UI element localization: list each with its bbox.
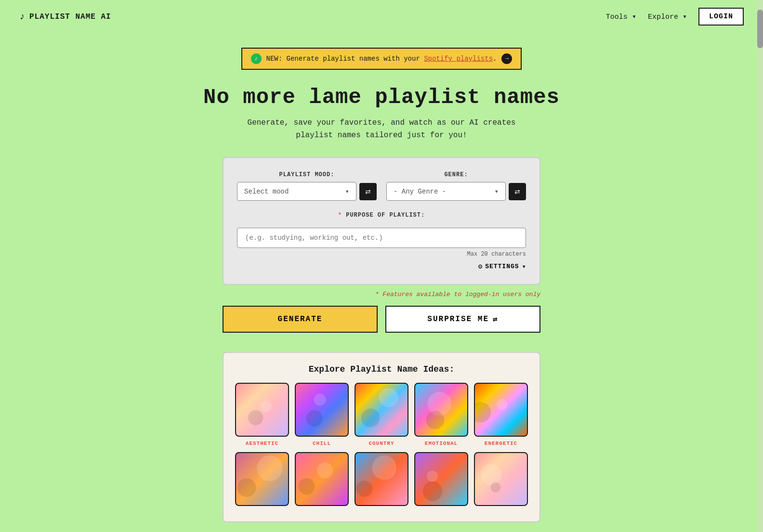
svg-point-8 (361, 409, 380, 428)
category-image (474, 383, 528, 437)
svg-point-11 (426, 411, 444, 429)
form-row-top: PLAYLIST MOOD: Select mood ▾ ⇄ GENRE: - … (237, 171, 526, 201)
purpose-label: * PURPOSE OF PLAYLIST: (338, 212, 425, 219)
genre-select-wrapper: - Any Genre - ▾ ⇄ (386, 182, 526, 201)
svg-point-2 (248, 410, 263, 425)
logo-text: PLAYLIST NAME AI (29, 13, 111, 21)
genre-group: GENRE: - Any Genre - ▾ ⇄ (386, 171, 526, 201)
category-item[interactable]: CHILL (295, 383, 349, 446)
genre-shuffle-button[interactable]: ⇄ (509, 183, 526, 200)
mood-group: PLAYLIST MOOD: Select mood ▾ ⇄ (237, 171, 377, 201)
scrollbar[interactable] (757, 0, 763, 532)
scrollbar-thumb[interactable] (757, 10, 763, 48)
category-image (355, 452, 408, 506)
category-item[interactable] (414, 452, 468, 510)
category-label: ENERGETIC (485, 441, 517, 446)
mood-label: PLAYLIST MOOD: (237, 171, 377, 178)
chevron-down-icon: ▾ (522, 262, 526, 271)
category-item[interactable] (474, 452, 528, 510)
category-image (414, 452, 468, 506)
svg-point-16 (257, 455, 282, 481)
svg-point-25 (427, 471, 438, 482)
music-icon: ♪ (19, 11, 26, 22)
arrow-icon: → (501, 53, 512, 64)
chevron-down-icon: ▾ (495, 187, 499, 195)
chevron-down-icon: ▾ (345, 187, 349, 195)
category-image (474, 452, 528, 506)
chevron-down-icon: ▾ (683, 13, 687, 21)
svg-point-29 (490, 482, 500, 493)
logo[interactable]: ♪ PLAYLIST NAME AI (19, 11, 111, 22)
category-image (295, 452, 349, 506)
category-grid-row1: AESTHETIC CHILL COUNTRY EMOTIONAL ENERGE… (235, 383, 528, 446)
spotify-icon: ♪ (251, 53, 262, 64)
category-item[interactable] (295, 452, 349, 510)
svg-point-28 (480, 464, 501, 485)
svg-point-4 (314, 394, 326, 406)
spotify-link[interactable]: Spotify playlists (424, 55, 493, 63)
hero-section: ♪ NEW: Generate playlist names with your… (0, 33, 763, 532)
navbar: ♪ PLAYLIST NAME AI Tools ▾ Explore ▾ LOG… (0, 0, 763, 33)
category-image (355, 383, 408, 437)
mood-select-wrapper: Select mood ▾ ⇄ (237, 182, 377, 201)
svg-point-1 (260, 401, 271, 412)
purpose-group: * PURPOSE OF PLAYLIST: (237, 210, 526, 248)
explore-title: Explore Playlist Name Ideas: (235, 364, 528, 374)
explore-section: Explore Playlist Name Ideas: AESTHETIC C… (223, 352, 540, 522)
mood-value: Select mood (244, 188, 289, 195)
chevron-down-icon: ▾ (632, 13, 636, 21)
svg-point-7 (379, 388, 398, 407)
svg-point-20 (298, 479, 315, 495)
mood-select[interactable]: Select mood ▾ (237, 182, 356, 201)
announcement-text: NEW: Generate playlist names with your S… (266, 55, 497, 63)
tools-menu[interactable]: Tools ▾ (606, 12, 636, 21)
form-card: PLAYLIST MOOD: Select mood ▾ ⇄ GENRE: - … (223, 157, 540, 285)
category-item[interactable]: AESTHETIC (235, 383, 289, 446)
svg-rect-24 (415, 453, 467, 505)
svg-point-19 (317, 462, 333, 479)
category-item[interactable]: COUNTRY (355, 383, 408, 446)
disclaimer-text: * Features available to logged-in users … (223, 291, 540, 298)
category-label: EMOTIONAL (425, 441, 458, 446)
surprise-button[interactable]: SURPRISE ME ⇄ (385, 306, 540, 333)
category-label: CHILL (313, 441, 331, 446)
svg-point-5 (306, 410, 322, 427)
shuffle-icon: ⇄ (493, 314, 499, 324)
svg-point-23 (356, 480, 372, 497)
hero-subtitle: Generate, save your favorites, and watch… (232, 117, 531, 142)
generate-button[interactable]: GENERATE (223, 306, 378, 333)
genre-label: GENRE: (386, 171, 526, 178)
purpose-input[interactable] (237, 228, 526, 248)
category-item[interactable] (355, 452, 408, 510)
category-image (235, 452, 289, 506)
svg-point-26 (423, 481, 443, 501)
nav-right: Tools ▾ Explore ▾ LOGIN (606, 8, 744, 26)
required-star: * (338, 212, 342, 219)
svg-rect-3 (296, 384, 348, 436)
category-label: AESTHETIC (246, 441, 278, 446)
explore-menu[interactable]: Explore ▾ (648, 12, 687, 21)
announcement-bar[interactable]: ♪ NEW: Generate playlist names with your… (241, 48, 522, 70)
category-item[interactable]: ENERGETIC (474, 383, 528, 446)
category-image (235, 383, 289, 437)
action-buttons: GENERATE SURPRISE ME ⇄ (223, 306, 540, 333)
shuffle-icon: ⇄ (365, 188, 371, 195)
settings-row[interactable]: ⚙ SETTINGS ▾ (237, 262, 526, 271)
shuffle-icon: ⇄ (514, 188, 520, 195)
svg-point-17 (237, 479, 256, 497)
char-limit: Max 20 characters (237, 251, 526, 258)
category-image (295, 383, 349, 437)
mood-shuffle-button[interactable]: ⇄ (359, 183, 377, 200)
settings-label: SETTINGS (485, 263, 519, 270)
settings-icon: ⚙ (478, 262, 482, 271)
category-grid-row2 (235, 452, 528, 510)
genre-select[interactable]: - Any Genre - ▾ (386, 182, 506, 201)
category-item[interactable]: EMOTIONAL (414, 383, 468, 446)
login-button[interactable]: LOGIN (698, 8, 744, 26)
category-image (414, 383, 468, 437)
svg-point-13 (496, 399, 507, 410)
hero-title: No more lame playlist names (10, 85, 753, 109)
genre-value: - Any Genre - (394, 188, 446, 195)
svg-point-22 (372, 455, 396, 480)
category-item[interactable] (235, 452, 289, 510)
